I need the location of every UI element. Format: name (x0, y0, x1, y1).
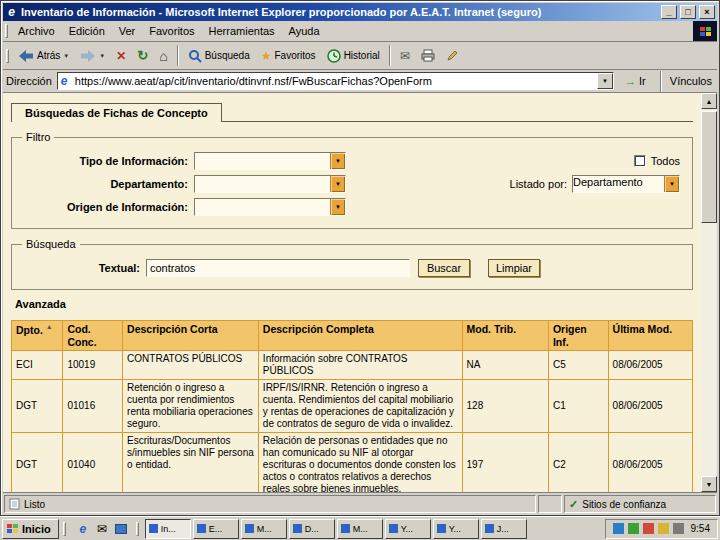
minimize-button[interactable]: _ (661, 5, 677, 19)
menu-favoritos[interactable]: Favoritos (142, 22, 201, 40)
tray-icon[interactable] (658, 523, 669, 534)
filter-row-tipo: Tipo de Información: ▼ Todos (20, 152, 684, 170)
tray-icon[interactable] (628, 523, 639, 534)
chevron-down-icon[interactable]: ▼ (664, 176, 679, 192)
home-button[interactable]: ⌂ (154, 44, 172, 68)
menu-archivo[interactable]: Archivo (11, 22, 62, 40)
addressbar-separator (660, 71, 662, 92)
departamento-label: Departamento: (20, 178, 188, 190)
task-button[interactable]: M... (241, 519, 287, 539)
links-bar[interactable]: Vínculos (670, 75, 714, 87)
toolbar: Atrás ▼ ▼ ✕ ↻ ⌂ Búsqueda ★ Favoritos His… (3, 42, 717, 70)
windows-taskbar: Inicio e ✉ In... E... M... D... M... Y..… (0, 516, 720, 540)
menu-ayuda[interactable]: Ayuda (282, 22, 327, 40)
task-button[interactable]: M... (337, 519, 383, 539)
cell-dpto: ECI (12, 351, 63, 380)
page-icon: e (61, 74, 75, 88)
table-header-row: Dpto. ▲ Cod. Conc. Descripción Corta Des… (12, 321, 693, 351)
task-button[interactable]: In... (145, 519, 191, 539)
forward-dropdown-icon[interactable]: ▼ (99, 53, 105, 59)
maximize-button[interactable]: □ (680, 5, 696, 19)
limpiar-button[interactable]: Limpiar (488, 259, 540, 277)
cell-ultima-mod: 08/06/2005 (608, 380, 692, 433)
zone-text: Sitios de confianza (582, 499, 666, 510)
show-desktop-icon[interactable] (113, 521, 129, 537)
menu-ver[interactable]: Ver (112, 22, 143, 40)
task-button[interactable]: Y... (433, 519, 479, 539)
task-button[interactable]: E... (193, 519, 239, 539)
busqueda-fieldset: Búsqueda Textual: Buscar Limpiar (11, 238, 693, 290)
origen-informacion-label: Origen de Información: (20, 201, 188, 213)
web-page: Búsquedas de Fichas de Concepto Filtro T… (3, 93, 701, 492)
menu-herramientas[interactable]: Herramientas (202, 22, 282, 40)
tray-icon[interactable] (643, 523, 654, 534)
address-dropdown-icon[interactable]: ▼ (597, 73, 613, 89)
task-button[interactable]: J... (481, 519, 527, 539)
forward-button[interactable]: ▼ (75, 44, 110, 68)
status-pane-main: Listo (4, 495, 536, 513)
table-row: DGT 01040 Escrituras/Documentos s/inmueb… (12, 433, 693, 492)
quick-launch: e ✉ (72, 521, 132, 537)
taskbar-clock[interactable]: 9:54 (691, 523, 710, 534)
cell-descripcion-completa: Información sobre CONTRATOS PÚBLICOS (258, 351, 462, 380)
tray-icon[interactable] (613, 523, 624, 534)
vertical-scrollbar[interactable]: ▲ ▼ (701, 93, 717, 492)
todos-checkbox[interactable] (634, 155, 646, 167)
stop-button[interactable]: ✕ (111, 44, 131, 68)
status-text: Listo (24, 499, 45, 510)
address-url[interactable]: https://www.aeat/ap/cit/inventario/dtinv… (75, 75, 597, 87)
ie-throbber-icon (693, 21, 717, 41)
avanzada-link[interactable]: Avanzada (15, 298, 66, 310)
go-arrow-icon: → (625, 75, 636, 87)
chevron-down-icon[interactable]: ▼ (330, 153, 345, 169)
scroll-down-icon[interactable]: ▼ (701, 476, 717, 492)
scrollbar-track[interactable] (701, 109, 717, 476)
refresh-icon: ↻ (137, 48, 148, 63)
scrollbar-thumb[interactable] (701, 111, 717, 223)
mail-button[interactable]: ✉ (395, 44, 415, 68)
print-icon (421, 49, 435, 62)
task-button[interactable]: Y... (385, 519, 431, 539)
buscar-button[interactable]: Buscar (418, 259, 470, 277)
mail-quicklaunch-icon[interactable]: ✉ (94, 521, 110, 537)
taskbar-grip (136, 522, 139, 536)
busqueda-row: Textual: Buscar Limpiar (20, 259, 684, 277)
edit-button[interactable] (441, 44, 464, 68)
search-button[interactable]: Búsqueda (183, 44, 255, 68)
favorites-button[interactable]: ★ Favoritos (256, 44, 321, 68)
tab-busquedas-fichas[interactable]: Búsquedas de Fichas de Concepto (11, 103, 222, 122)
cell-mod-trib: 128 (462, 380, 548, 433)
textual-label: Textual: (20, 262, 140, 274)
task-button[interactable]: D... (289, 519, 335, 539)
scroll-up-icon[interactable]: ▲ (701, 93, 717, 109)
origen-informacion-value (195, 199, 330, 215)
close-button[interactable]: × (699, 5, 715, 19)
departamento-select[interactable]: ▼ (194, 175, 346, 193)
header-dpto[interactable]: Dpto. ▲ (12, 321, 63, 351)
toolbar-grip[interactable] (6, 49, 9, 63)
refresh-button[interactable]: ↻ (132, 44, 153, 68)
print-button[interactable] (416, 44, 440, 68)
tipo-informacion-label: Tipo de Información: (20, 155, 188, 167)
tipo-informacion-select[interactable]: ▼ (194, 152, 346, 170)
back-label: Atrás (37, 50, 60, 61)
chevron-down-icon[interactable]: ▼ (330, 176, 345, 192)
start-button[interactable]: Inicio (2, 519, 59, 539)
cell-descripcion-completa: Relación de personas o entidades que no … (258, 433, 462, 492)
tray-icon[interactable] (673, 523, 684, 534)
header-cod-conc: Cod. Conc. (63, 321, 123, 351)
address-input[interactable]: e https://www.aeat/ap/cit/inventario/dti… (57, 72, 614, 90)
chevron-down-icon[interactable]: ▼ (330, 199, 345, 215)
listado-por-select[interactable]: Departamento ▼ (572, 175, 680, 193)
ie-quicklaunch-icon[interactable]: e (75, 521, 91, 537)
menu-grip[interactable] (5, 24, 8, 38)
origen-informacion-select[interactable]: ▼ (194, 198, 346, 216)
windows-logo-icon (7, 524, 18, 533)
go-button[interactable]: → Ir (619, 73, 652, 89)
textual-input[interactable] (146, 259, 410, 277)
title-bar[interactable]: e Inventario de Información - Microsoft … (3, 3, 717, 21)
back-button[interactable]: Atrás ▼ (13, 44, 74, 68)
history-button[interactable]: Historial (322, 44, 385, 68)
menu-edicion[interactable]: Edición (62, 22, 112, 40)
back-dropdown-icon[interactable]: ▼ (63, 53, 69, 59)
